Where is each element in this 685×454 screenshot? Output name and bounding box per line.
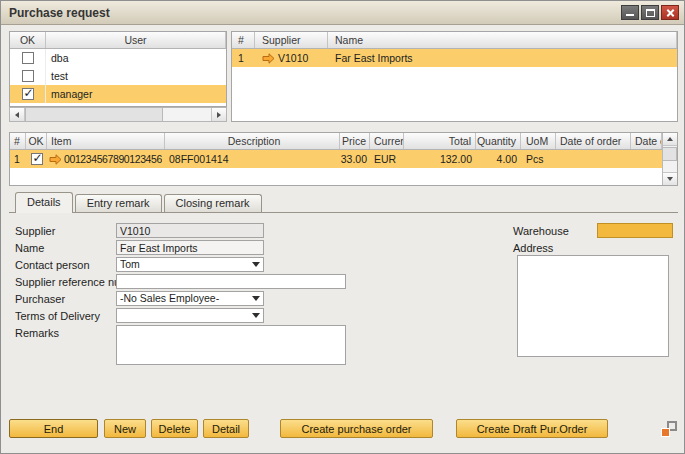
scroll-left-button[interactable] [10,108,25,121]
terms-of-delivery-select[interactable] [116,308,264,323]
address-textarea[interactable] [517,255,669,357]
item-row[interactable]: 1 001234567890123456 08FF001414 33.00 EU… [10,150,662,168]
supplier-reference-label: Supplier reference nu [15,276,120,288]
items-col-date-closed: Date c [631,133,662,149]
purchaser-value: -No Sales Employee- [120,292,249,305]
chevron-down-icon [252,313,260,318]
purchase-request-window: Purchase request OK User dba test manage… [0,0,685,454]
item-price: 33.00 [340,150,370,168]
link-arrow-icon[interactable] [49,154,62,165]
scroll-right-button[interactable] [211,108,226,121]
items-col-currency: Curren [370,133,404,149]
user-row-test[interactable]: test [10,67,226,85]
warehouse-label: Warehouse [513,225,569,237]
item-total: 132.00 [404,150,476,168]
scroll-up-button[interactable] [663,133,677,146]
arrow-down-icon [667,177,673,181]
item-date-closed [631,150,662,168]
tab-strip: Details Entry remark Closing remark [9,192,678,213]
item-row-num: 1 [10,150,26,168]
supplier-field[interactable] [116,223,264,238]
supplier-name: Far East Imports [328,49,677,67]
item-description: 08FF001414 [165,150,340,168]
supplier-row-num: 1 [232,49,255,67]
items-col-uom: UoM [521,133,556,149]
items-table: # OK Item Description Price Curren Total… [9,132,678,186]
suppliers-col-num: # [232,32,255,48]
item-ok-checkbox[interactable] [31,153,43,165]
delete-button[interactable]: Delete [151,419,198,438]
suppliers-panel: # Supplier Name 1 V1010 Far East Imports [231,31,678,122]
maximize-button[interactable] [641,5,659,20]
user-row-manager[interactable]: manager [10,85,226,103]
users-horizontal-scrollbar[interactable] [9,107,227,122]
warehouse-field[interactable] [597,223,673,238]
user-name: dba [46,49,226,67]
user-ok-checkbox[interactable] [22,88,34,100]
item-date-of-order [556,150,631,168]
arrow-up-icon [667,137,673,141]
item-code: 001234567890123456 [64,153,162,165]
maximize-icon [646,9,655,17]
items-col-ok: OK [26,133,47,149]
items-header-row: # OK Item Description Price Curren Total… [10,133,662,150]
items-col-quantity: Quantity [476,133,521,149]
supplier-row[interactable]: 1 V1010 Far East Imports [232,49,677,67]
remarks-label: Remarks [15,327,59,339]
chevron-down-icon [252,296,260,301]
link-arrow-icon[interactable] [262,53,275,64]
name-label: Name [15,242,44,254]
suppliers-col-name: Name [328,32,677,48]
contact-person-label: Contact person [15,259,90,271]
create-draft-pur-order-button[interactable]: Create Draft Pur.Order [456,419,608,438]
items-col-date-of-order: Date of order [556,133,631,149]
suppliers-col-supplier: Supplier [255,32,328,48]
user-ok-checkbox[interactable] [22,70,34,82]
new-button[interactable]: New [104,419,146,438]
tab-entry-remark[interactable]: Entry remark [75,194,162,212]
name-field[interactable] [116,240,264,255]
user-ok-checkbox[interactable] [22,52,34,64]
purchaser-select[interactable]: -No Sales Employee- [116,291,264,306]
items-col-total: Total [404,133,476,149]
resize-grip-icon[interactable] [661,421,677,437]
scrollbar-thumb[interactable] [663,147,677,161]
item-currency: EUR [370,150,404,168]
supplier-label: Supplier [15,225,55,237]
users-panel: OK User dba test manager [9,31,227,107]
users-col-ok: OK [10,32,46,48]
end-button[interactable]: End [9,419,98,438]
scrollbar-thumb[interactable] [25,108,163,121]
user-row-dba[interactable]: dba [10,49,226,67]
address-label: Address [513,242,553,254]
detail-button[interactable]: Detail [203,419,249,438]
item-uom: Pcs [521,150,556,168]
items-vertical-scrollbar[interactable] [662,133,677,185]
user-name: test [46,67,226,85]
create-purchase-order-button[interactable]: Create purchase order [280,419,433,438]
supplier-reference-field[interactable] [116,274,346,289]
items-col-num: # [10,133,26,149]
scroll-down-button[interactable] [663,172,677,185]
purchaser-label: Purchaser [15,293,65,305]
arrow-left-icon [15,112,19,118]
users-header-row: OK User [10,32,226,49]
minimize-button[interactable] [621,5,639,20]
arrow-right-icon [217,112,221,118]
contact-person-select[interactable]: Tom [116,257,264,272]
item-quantity: 4.00 [476,150,521,168]
terms-of-delivery-label: Terms of Delivery [15,310,100,322]
titlebar[interactable]: Purchase request [1,1,684,25]
tab-closing-remark[interactable]: Closing remark [164,194,262,212]
users-col-user: User [46,32,226,48]
tab-details[interactable]: Details [15,192,73,213]
items-col-item: Item [47,133,165,149]
contact-person-value: Tom [120,258,249,271]
remarks-textarea[interactable] [116,325,346,365]
tab-baseline [9,212,678,213]
items-col-price: Price [340,133,370,149]
chevron-down-icon [252,262,260,267]
close-button[interactable] [661,5,679,20]
items-col-description: Description [165,133,340,149]
supplier-code: V1010 [278,52,308,64]
